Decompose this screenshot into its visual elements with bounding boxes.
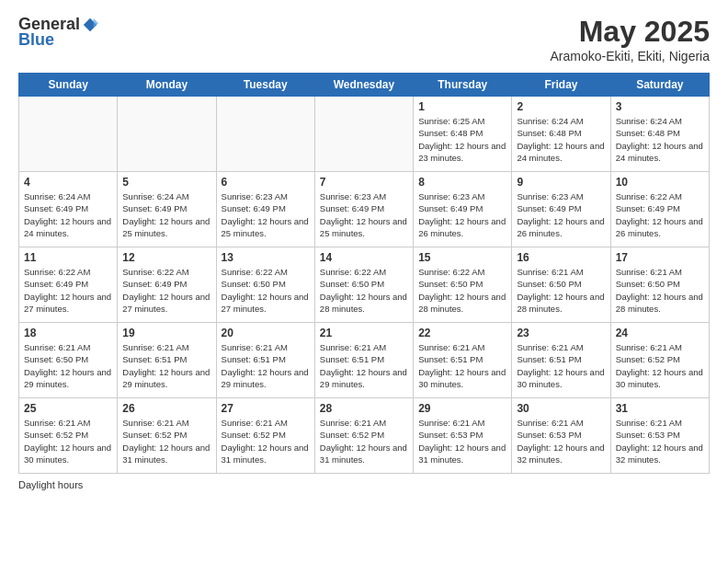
day-number: 23	[517, 327, 605, 339]
day-header-tuesday: Tuesday	[216, 74, 314, 97]
day-info: Sunrise: 6:21 AM Sunset: 6:51 PM Dayligh…	[418, 341, 506, 390]
svg-marker-1	[94, 17, 98, 28]
calendar-cell: 10Sunrise: 6:22 AM Sunset: 6:49 PM Dayli…	[610, 172, 709, 247]
day-number: 10	[616, 176, 704, 189]
day-number: 15	[418, 251, 506, 264]
week-row-3: 18Sunrise: 6:21 AM Sunset: 6:50 PM Dayli…	[19, 323, 710, 398]
day-number: 24	[616, 327, 704, 339]
day-number: 1	[418, 100, 506, 113]
calendar-cell: 14Sunrise: 6:22 AM Sunset: 6:50 PM Dayli…	[314, 247, 413, 323]
day-number: 21	[320, 327, 408, 339]
calendar-cell: 4Sunrise: 6:24 AM Sunset: 6:49 PM Daylig…	[19, 172, 118, 247]
day-number: 27	[222, 402, 310, 415]
day-header-monday: Monday	[118, 74, 216, 97]
week-row-0: 1Sunrise: 6:25 AM Sunset: 6:48 PM Daylig…	[19, 97, 710, 172]
day-number: 3	[616, 100, 704, 113]
calendar-cell: 21Sunrise: 6:21 AM Sunset: 6:51 PM Dayli…	[314, 323, 413, 398]
day-info: Sunrise: 6:21 AM Sunset: 6:53 PM Dayligh…	[517, 417, 605, 465]
day-info: Sunrise: 6:21 AM Sunset: 6:52 PM Dayligh…	[24, 417, 112, 465]
day-number: 9	[517, 176, 605, 189]
day-info: Sunrise: 6:21 AM Sunset: 6:51 PM Dayligh…	[320, 341, 408, 390]
footer-text: Daylight hours	[18, 479, 83, 490]
logo: General Blue	[18, 15, 98, 50]
calendar-cell: 27Sunrise: 6:21 AM Sunset: 6:52 PM Dayli…	[216, 398, 314, 474]
location: Aramoko-Ekiti, Ekiti, Nigeria	[551, 49, 711, 63]
title-block: May 2025 Aramoko-Ekiti, Ekiti, Nigeria	[551, 15, 711, 63]
day-info: Sunrise: 6:21 AM Sunset: 6:51 PM Dayligh…	[122, 341, 210, 390]
day-number: 8	[418, 176, 506, 189]
day-info: Sunrise: 6:23 AM Sunset: 6:49 PM Dayligh…	[418, 190, 506, 239]
day-number: 2	[517, 100, 605, 113]
week-row-2: 11Sunrise: 6:22 AM Sunset: 6:49 PM Dayli…	[19, 247, 710, 323]
calendar-cell: 20Sunrise: 6:21 AM Sunset: 6:51 PM Dayli…	[216, 323, 314, 398]
month-title: May 2025	[551, 15, 711, 49]
day-info: Sunrise: 6:22 AM Sunset: 6:49 PM Dayligh…	[616, 190, 704, 239]
day-number: 17	[616, 251, 704, 264]
day-number: 6	[222, 176, 310, 189]
calendar-cell	[216, 97, 314, 172]
day-number: 26	[122, 402, 210, 415]
day-info: Sunrise: 6:24 AM Sunset: 6:48 PM Dayligh…	[616, 115, 704, 164]
calendar-cell: 8Sunrise: 6:23 AM Sunset: 6:49 PM Daylig…	[414, 172, 512, 247]
day-info: Sunrise: 6:21 AM Sunset: 6:50 PM Dayligh…	[517, 266, 605, 315]
calendar-cell	[314, 97, 413, 172]
day-info: Sunrise: 6:22 AM Sunset: 6:50 PM Dayligh…	[418, 266, 506, 315]
day-info: Sunrise: 6:22 AM Sunset: 6:50 PM Dayligh…	[222, 266, 310, 315]
day-number: 12	[122, 251, 210, 264]
day-info: Sunrise: 6:21 AM Sunset: 6:52 PM Dayligh…	[222, 417, 310, 465]
calendar-cell: 6Sunrise: 6:23 AM Sunset: 6:49 PM Daylig…	[216, 172, 314, 247]
calendar-cell: 23Sunrise: 6:21 AM Sunset: 6:51 PM Dayli…	[512, 323, 610, 398]
calendar-cell: 31Sunrise: 6:21 AM Sunset: 6:53 PM Dayli…	[610, 398, 709, 474]
day-number: 7	[320, 176, 408, 189]
calendar-cell: 26Sunrise: 6:21 AM Sunset: 6:52 PM Dayli…	[118, 398, 216, 474]
footer: Daylight hours	[18, 479, 710, 490]
calendar-cell: 30Sunrise: 6:21 AM Sunset: 6:53 PM Dayli…	[512, 398, 610, 474]
calendar-table: SundayMondayTuesdayWednesdayThursdayFrid…	[18, 73, 710, 474]
day-info: Sunrise: 6:21 AM Sunset: 6:52 PM Dayligh…	[122, 417, 210, 465]
day-number: 20	[222, 327, 310, 339]
week-row-4: 25Sunrise: 6:21 AM Sunset: 6:52 PM Dayli…	[19, 398, 710, 474]
day-number: 19	[122, 327, 210, 339]
calendar-cell: 25Sunrise: 6:21 AM Sunset: 6:52 PM Dayli…	[19, 398, 118, 474]
day-header-saturday: Saturday	[610, 74, 709, 97]
day-info: Sunrise: 6:23 AM Sunset: 6:49 PM Dayligh…	[517, 190, 605, 239]
day-header-thursday: Thursday	[414, 74, 512, 97]
day-number: 11	[24, 251, 112, 264]
header: General Blue May 2025 Aramoko-Ekiti, Eki…	[18, 15, 710, 63]
calendar-cell: 12Sunrise: 6:22 AM Sunset: 6:49 PM Dayli…	[118, 247, 216, 323]
day-number: 25	[24, 402, 112, 415]
day-number: 31	[616, 402, 704, 415]
day-number: 4	[24, 176, 112, 189]
day-info: Sunrise: 6:22 AM Sunset: 6:50 PM Dayligh…	[320, 266, 408, 315]
calendar-cell: 24Sunrise: 6:21 AM Sunset: 6:52 PM Dayli…	[610, 323, 709, 398]
page: General Blue May 2025 Aramoko-Ekiti, Eki…	[0, 0, 728, 563]
day-info: Sunrise: 6:22 AM Sunset: 6:49 PM Dayligh…	[122, 266, 210, 315]
calendar-cell: 9Sunrise: 6:23 AM Sunset: 6:49 PM Daylig…	[512, 172, 610, 247]
day-info: Sunrise: 6:21 AM Sunset: 6:50 PM Dayligh…	[616, 266, 704, 315]
day-info: Sunrise: 6:21 AM Sunset: 6:53 PM Dayligh…	[418, 417, 506, 465]
day-header-friday: Friday	[512, 74, 610, 97]
day-info: Sunrise: 6:22 AM Sunset: 6:49 PM Dayligh…	[24, 266, 112, 315]
day-header-sunday: Sunday	[19, 74, 118, 97]
calendar-cell: 29Sunrise: 6:21 AM Sunset: 6:53 PM Dayli…	[414, 398, 512, 474]
calendar-cell: 16Sunrise: 6:21 AM Sunset: 6:50 PM Dayli…	[512, 247, 610, 323]
calendar-cell: 19Sunrise: 6:21 AM Sunset: 6:51 PM Dayli…	[118, 323, 216, 398]
day-info: Sunrise: 6:24 AM Sunset: 6:48 PM Dayligh…	[517, 115, 605, 164]
day-info: Sunrise: 6:21 AM Sunset: 6:50 PM Dayligh…	[24, 341, 112, 390]
calendar-cell	[19, 97, 118, 172]
day-number: 13	[222, 251, 310, 264]
calendar-cell: 18Sunrise: 6:21 AM Sunset: 6:50 PM Dayli…	[19, 323, 118, 398]
day-info: Sunrise: 6:21 AM Sunset: 6:51 PM Dayligh…	[222, 341, 310, 390]
calendar-cell: 28Sunrise: 6:21 AM Sunset: 6:52 PM Dayli…	[314, 398, 413, 474]
calendar-cell: 13Sunrise: 6:22 AM Sunset: 6:50 PM Dayli…	[216, 247, 314, 323]
day-number: 22	[418, 327, 506, 339]
calendar-cell: 11Sunrise: 6:22 AM Sunset: 6:49 PM Dayli…	[19, 247, 118, 323]
calendar-cell: 1Sunrise: 6:25 AM Sunset: 6:48 PM Daylig…	[414, 97, 512, 172]
calendar-cell: 5Sunrise: 6:24 AM Sunset: 6:49 PM Daylig…	[118, 172, 216, 247]
day-info: Sunrise: 6:25 AM Sunset: 6:48 PM Dayligh…	[418, 115, 506, 164]
logo-icon	[82, 17, 98, 33]
day-info: Sunrise: 6:21 AM Sunset: 6:52 PM Dayligh…	[616, 341, 704, 390]
day-number: 14	[320, 251, 408, 264]
calendar-cell: 3Sunrise: 6:24 AM Sunset: 6:48 PM Daylig…	[610, 97, 709, 172]
day-number: 30	[517, 402, 605, 415]
